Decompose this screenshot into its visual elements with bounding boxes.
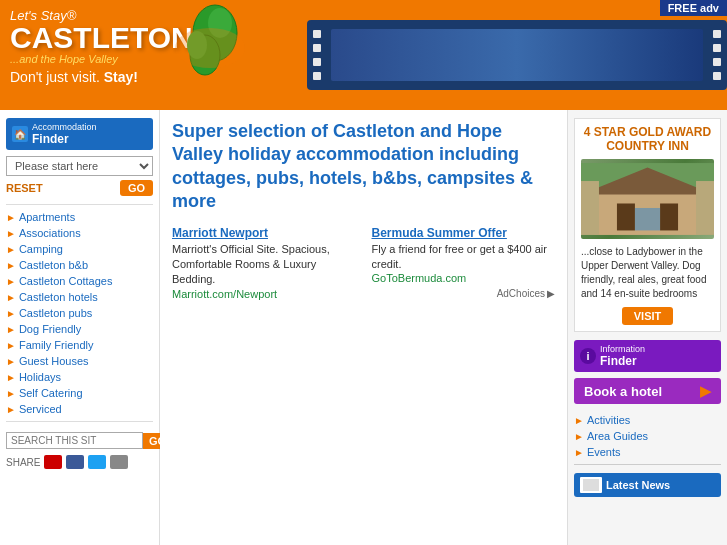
sidebar-item-self-catering[interactable]: ►Self Catering xyxy=(6,385,153,401)
right-nav: ►Activities►Area Guides►Events xyxy=(574,412,721,460)
adchoices[interactable]: AdChoices ▶ xyxy=(372,288,556,299)
info-finder-small: Information xyxy=(600,344,645,354)
sidebar-item-label: Castleton b&b xyxy=(19,259,88,271)
right-sidebar: 4 STAR GOLD AWARD COUNTRY INN ...close t… xyxy=(567,110,727,545)
ad-block-1: Marriott Newport Marriott's Official Sit… xyxy=(172,226,356,300)
sidebar-item-family-friendly[interactable]: ►Family Friendly xyxy=(6,337,153,353)
news-icon xyxy=(580,477,602,493)
sidebar-item-label: Associations xyxy=(19,227,81,239)
svg-point-4 xyxy=(175,28,245,68)
accommodation-finder-big: Finder xyxy=(32,132,69,146)
arrow-icon: ► xyxy=(6,292,16,303)
dropdown-row: Please start hereApartmentsAssociationsC… xyxy=(6,156,153,176)
sidebar-item-serviced[interactable]: ►Serviced xyxy=(6,401,153,417)
main-container: 🏠 Accommodation Finder Please start here… xyxy=(0,110,727,545)
svg-rect-8 xyxy=(617,203,635,230)
book-hotel-button[interactable]: Book a hotel ▶ xyxy=(574,378,721,404)
sidebar-item-label: Guest Houses xyxy=(19,355,89,367)
site-header: FREE adv Let's Stay® CASTLETON ...and th… xyxy=(0,0,727,110)
right-nav-label: Activities xyxy=(587,414,630,426)
sidebar-item-label: Dog Friendly xyxy=(19,323,81,335)
ad2-url: GoToBermuda.com xyxy=(372,272,556,284)
book-hotel-arrow-icon: ▶ xyxy=(700,383,711,399)
accommodation-dropdown[interactable]: Please start hereApartmentsAssociationsC… xyxy=(6,156,153,176)
ad2-text: Fly a friend for free or get a $400 air … xyxy=(372,242,556,273)
logo: Let's Stay® CASTLETON ...and the Hope Va… xyxy=(10,8,193,85)
reset-button[interactable]: RESET xyxy=(6,182,43,194)
sidebar-item-label: Family Friendly xyxy=(19,339,94,351)
sidebar-item-dog-friendly[interactable]: ►Dog Friendly xyxy=(6,321,153,337)
sidebar-divider-1 xyxy=(6,204,153,205)
visit-button[interactable]: VISIT xyxy=(622,307,674,325)
arrow-icon: ► xyxy=(6,244,16,255)
arrow-icon: ► xyxy=(6,356,16,367)
sidebar-item-guest-houses[interactable]: ►Guest Houses xyxy=(6,353,153,369)
arrow-icon: ► xyxy=(6,276,16,287)
sidebar-item-label: Castleton pubs xyxy=(19,307,92,319)
arrow-icon: ► xyxy=(6,260,16,271)
svg-rect-11 xyxy=(581,181,599,235)
adchoices-label: AdChoices xyxy=(497,288,545,299)
sidebar-item-apartments[interactable]: ►Apartments xyxy=(6,209,153,225)
book-hotel-label: Book a hotel xyxy=(584,384,662,399)
logo-castleton: CASTLETON xyxy=(10,23,193,53)
search-input[interactable] xyxy=(6,432,143,449)
sidebar-item-label: Camping xyxy=(19,243,63,255)
logo-hope-valley: ...and the Hope Valley xyxy=(10,53,193,65)
go-button[interactable]: GO xyxy=(120,180,153,196)
ad1-title[interactable]: Marriott Newport xyxy=(172,226,356,240)
latest-news-box: Latest News xyxy=(574,473,721,497)
info-finder-box: i Information Finder xyxy=(574,340,721,372)
sidebar-item-camping[interactable]: ►Camping xyxy=(6,241,153,257)
share-digg-button[interactable] xyxy=(44,455,62,469)
free-adv-badge: FREE adv xyxy=(660,0,727,16)
sidebar-item-label: Castleton Cottages xyxy=(19,275,113,287)
right-nav-item-events[interactable]: ►Events xyxy=(574,444,721,460)
latest-news-label: Latest News xyxy=(606,479,670,491)
ad1-text: Marriott's Official Site. Spacious, Comf… xyxy=(172,242,356,288)
accommodation-finder-header: 🏠 Accommodation Finder xyxy=(6,118,153,150)
arrow-icon: ► xyxy=(574,447,584,458)
share-row: SHARE xyxy=(6,455,153,469)
left-sidebar: 🏠 Accommodation Finder Please start here… xyxy=(0,110,160,545)
filmstrip xyxy=(307,20,727,90)
main-content: Super selection of Castleton and Hope Va… xyxy=(160,110,567,545)
sidebar-item-holidays[interactable]: ►Holidays xyxy=(6,369,153,385)
svg-rect-10 xyxy=(635,208,660,230)
ad2-title[interactable]: Bermuda Summer Offer xyxy=(372,226,556,240)
sidebar-item-label: Castleton hotels xyxy=(19,291,98,303)
share-email-button[interactable] xyxy=(110,455,128,469)
share-facebook-button[interactable] xyxy=(66,455,84,469)
arrow-icon: ► xyxy=(574,431,584,442)
sidebar-divider-2 xyxy=(6,421,153,422)
country-inn-svg xyxy=(581,159,714,239)
arrow-icon: ► xyxy=(6,228,16,239)
sidebar-item-castleton-hotels[interactable]: ►Castleton hotels xyxy=(6,289,153,305)
right-nav-item-activities[interactable]: ►Activities xyxy=(574,412,721,428)
right-nav-item-area-guides[interactable]: ►Area Guides xyxy=(574,428,721,444)
sidebar-nav: ►Apartments►Associations►Camping►Castlet… xyxy=(6,209,153,417)
ad1-url: Marriott.com/Newport xyxy=(172,288,356,300)
sidebar-item-castleton-b&b[interactable]: ►Castleton b&b xyxy=(6,257,153,273)
gold-award-image xyxy=(581,159,714,239)
sidebar-item-castleton-cottages[interactable]: ►Castleton Cottages xyxy=(6,273,153,289)
sidebar-item-associations[interactable]: ►Associations xyxy=(6,225,153,241)
arrow-icon: ► xyxy=(6,388,16,399)
search-row: GO xyxy=(6,432,153,449)
share-twitter-button[interactable] xyxy=(88,455,106,469)
arrow-icon: ► xyxy=(6,340,16,351)
sidebar-item-castleton-pubs[interactable]: ►Castleton pubs xyxy=(6,305,153,321)
adchoices-icon: ▶ xyxy=(547,288,555,299)
accommodation-icon: 🏠 xyxy=(12,126,28,142)
gold-award-title: 4 STAR GOLD AWARD COUNTRY INN xyxy=(581,125,714,153)
right-nav-label: Events xyxy=(587,446,621,458)
tagline-pre: Don't just visit. xyxy=(10,69,100,85)
arrow-icon: ► xyxy=(6,404,16,415)
arrow-icon: ► xyxy=(6,308,16,319)
sidebar-item-label: Holidays xyxy=(19,371,61,383)
logo-tagline: Don't just visit. Stay! xyxy=(10,69,193,85)
ad-block-2: Bermuda Summer Offer Fly a friend for fr… xyxy=(372,226,556,300)
arrow-icon: ► xyxy=(574,415,584,426)
share-label: SHARE xyxy=(6,457,40,468)
info-icon: i xyxy=(580,348,596,364)
